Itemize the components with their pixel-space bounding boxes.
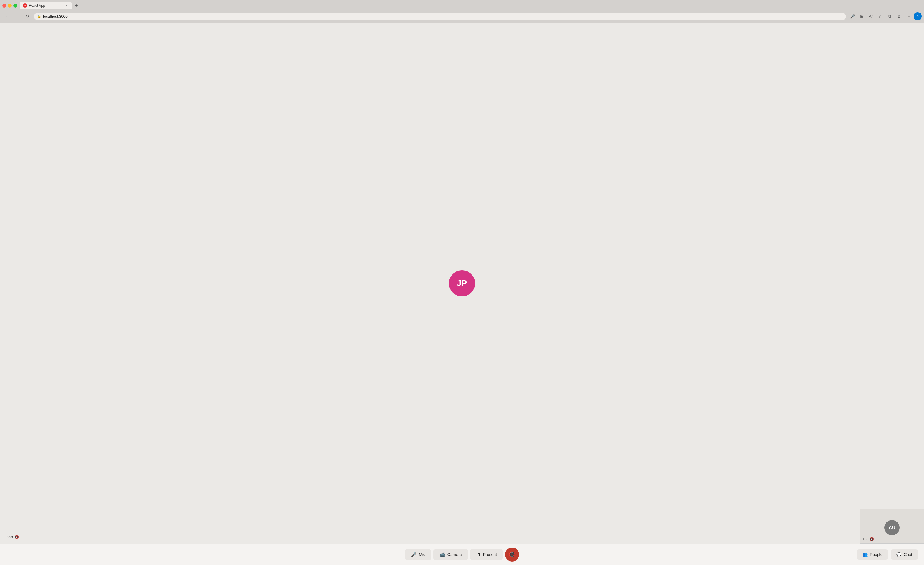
grid-icon[interactable]: ⊞ (858, 12, 866, 20)
microphone-browser-icon[interactable]: 🎤 (848, 12, 856, 20)
close-window-button[interactable] (2, 4, 6, 8)
forward-button[interactable]: › (13, 12, 21, 20)
split-view-icon[interactable]: ⧉ (886, 12, 894, 20)
tab-bar: R React App × + (20, 2, 80, 9)
self-name: You (862, 537, 868, 541)
people-label: People (870, 552, 883, 557)
self-label: You 🔇 (862, 537, 874, 541)
tab-title: React App (29, 3, 63, 8)
mic-icon: 🎤 (411, 552, 417, 557)
present-label: Present (483, 552, 497, 557)
url-text: localhost:3000 (43, 14, 843, 19)
reader-icon[interactable]: Aᴬ (867, 12, 875, 20)
self-avatar: AU (884, 520, 900, 535)
camera-button[interactable]: 📹 Camera (434, 549, 468, 560)
people-button[interactable]: 👥 People (857, 549, 888, 560)
address-bar[interactable]: 🔒 localhost:3000 (34, 13, 846, 20)
participant-label: John 🔇 (4, 535, 19, 539)
people-icon: 👥 (862, 552, 867, 557)
present-button[interactable]: 🖥 Present (470, 549, 503, 560)
favorites-icon[interactable]: ☆ (876, 12, 884, 20)
chat-button[interactable]: 💬 Chat (891, 549, 918, 560)
present-icon: 🖥 (476, 552, 481, 557)
chat-label: Chat (904, 552, 912, 557)
chat-icon: 💬 (896, 552, 901, 557)
browser-tab[interactable]: R React App × (20, 2, 72, 9)
minimize-window-button[interactable] (8, 4, 12, 8)
bottom-toolbar: 🎤 Mic 📹 Camera 🖥 Present 📵 👥 People 💬 Ch… (0, 544, 924, 565)
camera-icon: 📹 (439, 552, 445, 557)
self-muted-icon: 🔇 (870, 537, 874, 541)
bing-button[interactable]: b (914, 12, 922, 20)
mic-label: Mic (419, 552, 425, 557)
participant-name: John (4, 535, 13, 539)
lock-icon: 🔒 (37, 15, 41, 18)
refresh-button[interactable]: ↻ (23, 12, 32, 20)
self-initials: AU (888, 525, 895, 530)
tab-favicon: R (23, 3, 27, 8)
camera-label: Camera (447, 552, 462, 557)
main-content: JP John 🔇 AU You 🔇 (0, 23, 924, 544)
back-button[interactable]: ‹ (2, 12, 10, 20)
browser-chrome: R React App × + ‹ › ↻ 🔒 localhost:3000 🎤… (0, 0, 924, 23)
extensions-icon[interactable]: ⊛ (895, 12, 903, 20)
right-toolbar: 👥 People 💬 Chat (857, 549, 918, 560)
address-bar-row: ‹ › ↻ 🔒 localhost:3000 🎤 ⊞ Aᴬ ☆ ⧉ ⊛ ··· … (2, 11, 922, 23)
more-options-icon[interactable]: ··· (904, 12, 912, 20)
new-tab-button[interactable]: + (73, 2, 80, 9)
browser-toolbar-icons: 🎤 ⊞ Aᴬ ☆ ⧉ ⊛ ··· b (848, 12, 922, 20)
maximize-window-button[interactable] (14, 4, 17, 8)
main-participant-initials: JP (457, 279, 467, 288)
tab-close-button[interactable]: × (64, 3, 68, 8)
end-call-icon: 📵 (509, 551, 515, 558)
self-view-panel: AU You 🔇 (860, 509, 924, 544)
participant-muted-icon: 🔇 (15, 535, 19, 539)
title-bar: R React App × + (2, 2, 922, 11)
end-call-button[interactable]: 📵 (505, 547, 519, 562)
main-participant-avatar: JP (449, 270, 475, 296)
mic-button[interactable]: 🎤 Mic (405, 549, 431, 560)
video-area: JP John 🔇 AU You 🔇 (0, 23, 924, 544)
window-controls (2, 4, 17, 8)
